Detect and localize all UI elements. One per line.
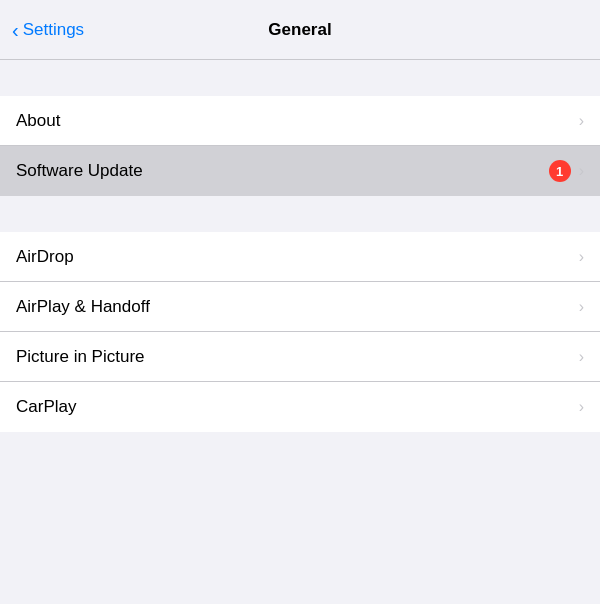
list-item-airplay-handoff[interactable]: AirPlay & Handoff ›	[0, 282, 600, 332]
list-item-carplay[interactable]: CarPlay ›	[0, 382, 600, 432]
airplay-handoff-right: ›	[579, 298, 584, 316]
list-item-picture-in-picture[interactable]: Picture in Picture ›	[0, 332, 600, 382]
page-title: General	[268, 20, 331, 40]
list-item-airdrop[interactable]: AirDrop ›	[0, 232, 600, 282]
back-button[interactable]: ‹ Settings	[12, 20, 84, 40]
chevron-right-icon: ›	[579, 112, 584, 130]
about-label: About	[16, 111, 60, 131]
airdrop-label: AirDrop	[16, 247, 74, 267]
software-update-badge: 1	[549, 160, 571, 182]
back-label: Settings	[23, 20, 84, 40]
section-spacer-1	[0, 60, 600, 96]
software-update-label: Software Update	[16, 161, 143, 181]
airdrop-right: ›	[579, 248, 584, 266]
picture-in-picture-label: Picture in Picture	[16, 347, 145, 367]
airplay-handoff-label: AirPlay & Handoff	[16, 297, 150, 317]
carplay-label: CarPlay	[16, 397, 76, 417]
chevron-right-icon-6: ›	[579, 398, 584, 416]
navigation-header: ‹ Settings General	[0, 0, 600, 60]
carplay-right: ›	[579, 398, 584, 416]
list-item-software-update[interactable]: Software Update 1 ›	[0, 146, 600, 196]
list-group-1: About › Software Update 1 ›	[0, 96, 600, 196]
software-update-right: 1 ›	[549, 160, 584, 182]
chevron-right-icon-2: ›	[579, 162, 584, 180]
about-right: ›	[579, 112, 584, 130]
picture-in-picture-right: ›	[579, 348, 584, 366]
chevron-left-icon: ‹	[12, 20, 19, 40]
chevron-right-icon-5: ›	[579, 348, 584, 366]
list-item-about[interactable]: About ›	[0, 96, 600, 146]
chevron-right-icon-4: ›	[579, 298, 584, 316]
chevron-right-icon-3: ›	[579, 248, 584, 266]
section-spacer-2	[0, 196, 600, 232]
list-group-2: AirDrop › AirPlay & Handoff › Picture in…	[0, 232, 600, 432]
